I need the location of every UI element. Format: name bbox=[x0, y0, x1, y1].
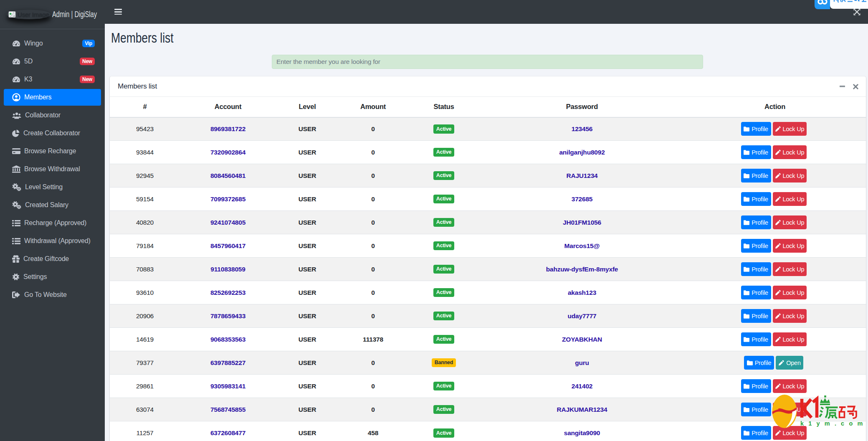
svg-text:k1ym.com: k1ym.com bbox=[800, 420, 868, 427]
